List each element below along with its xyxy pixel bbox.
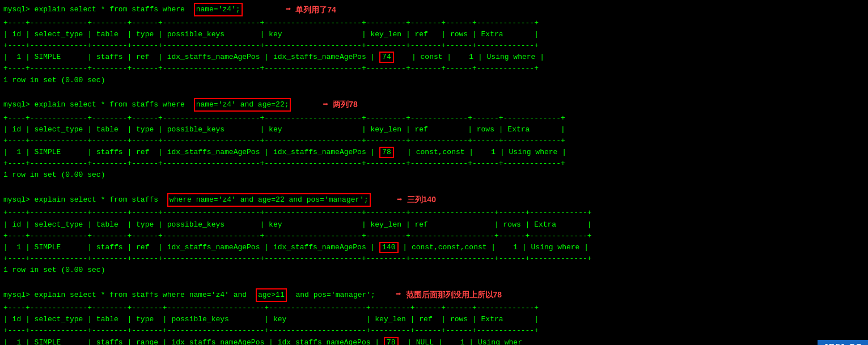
cmd-line-4: mysql> explain select * from staffs wher…	[3, 287, 865, 303]
keylen-4: 78	[384, 337, 399, 345]
divider3-1: +----+-------------+--------+------+----…	[3, 63, 865, 74]
divider2-1: +----+-------------+--------+------+----…	[3, 40, 865, 52]
data-prefix-3: | 1 | SIMPLE | staffs | ref | idx_staffs…	[3, 242, 379, 253]
data-prefix-1: | 1 | SIMPLE | staffs | ref | idx_staffs…	[3, 52, 379, 63]
keylen-3: 140	[379, 242, 398, 253]
cmd-text-4b: and pos='manager';	[291, 289, 375, 301]
highlight-3: where name='z4' and age=22 and pos='mana…	[167, 193, 371, 207]
keylen-2: 78	[379, 147, 394, 158]
block-2: mysql> explain select * from staffs wher…	[3, 97, 865, 193]
data-prefix-4: | 1 | SIMPLE | staffs | range | idx_staf…	[3, 337, 384, 345]
header-1: | id | select_type | table | type | poss…	[3, 29, 865, 40]
divider1-3: +----+-------------+--------+------+----…	[3, 207, 865, 219]
data-row-4: | 1 | SIMPLE | staffs | range | idx_staf…	[3, 337, 865, 345]
annotation-2: 两列78	[333, 99, 358, 111]
annotation-1: 单列用了74	[295, 4, 336, 16]
highlight-1: name='z4';	[194, 3, 243, 16]
block-1: mysql> explain select * from staffs wher…	[3, 2, 865, 97]
divider1-1: +----+-------------+--------+------+----…	[3, 18, 865, 29]
block-3: mysql> explain select * from staffs wher…	[3, 193, 865, 288]
keylen-1: 74	[379, 52, 394, 63]
divider2-2: +----+-------------+--------+------+----…	[3, 135, 865, 147]
divider1-2: +----+-------------+--------+------+----…	[3, 113, 865, 124]
data-suffix-2: | const,const | 1 | Using where |	[394, 147, 566, 158]
data-suffix-3: | const,const,const | 1 | Using where |	[399, 242, 588, 253]
block-4: mysql> explain select * from staffs wher…	[3, 287, 865, 345]
blank-1	[3, 86, 865, 97]
data-row-2: | 1 | SIMPLE | staffs | ref | idx_staffs…	[3, 147, 865, 158]
rowcount-3: 1 row in set (0.00 sec)	[3, 265, 865, 276]
highlight-4: age>11	[256, 288, 287, 302]
arrow-1: ➡	[286, 3, 291, 17]
data-suffix-4: | NULL | 1 | Using wher	[399, 337, 522, 345]
watermark-block: JB51.CC CSDN@大数据_小菜	[810, 340, 868, 345]
annotation-3: 三列140	[407, 194, 436, 206]
cmd-text-4a: mysql> explain select * from staffs wher…	[3, 289, 251, 301]
blank-3	[3, 276, 865, 287]
data-row-3: | 1 | SIMPLE | staffs | ref | idx_staffs…	[3, 242, 865, 253]
highlight-2: name='z4' and age=22;	[194, 98, 291, 112]
divider3-2: +----+-------------+--------+------+----…	[3, 158, 865, 169]
rowcount-2: 1 row in set (0.00 sec)	[3, 169, 865, 181]
header-2: | id | select_type | table | type | poss…	[3, 124, 865, 135]
data-prefix-2: | 1 | SIMPLE | staffs | ref | idx_staffs…	[3, 147, 379, 158]
divider1-4: +----+-------------+--------+-------+---…	[3, 303, 865, 314]
header-4: | id | select_type | table | type | poss…	[3, 314, 865, 325]
cmd-text-1: mysql> explain select * from staffs wher…	[3, 4, 189, 15]
header-3: | id | select_type | table | type | poss…	[3, 219, 865, 231]
cmd-text-2: mysql> explain select * from staffs wher…	[3, 99, 189, 110]
cmd-text-3: mysql> explain select * from staffs	[3, 194, 163, 206]
cmd-line-1: mysql> explain select * from staffs wher…	[3, 2, 865, 18]
divider2-4: +----+-------------+--------+-------+---…	[3, 325, 865, 337]
divider2-3: +----+-------------+--------+------+----…	[3, 231, 865, 242]
terminal: mysql> explain select * from staffs wher…	[0, 0, 868, 345]
data-row-1: | 1 | SIMPLE | staffs | ref | idx_staffs…	[3, 52, 865, 63]
data-suffix-1: | const | 1 | Using where |	[394, 52, 544, 63]
annotation-4: 范围后面那列没用上所以78	[406, 289, 502, 301]
arrow-3: ➡	[397, 193, 403, 207]
cmd-line-2: mysql> explain select * from staffs wher…	[3, 97, 865, 113]
rowcount-1: 1 row in set (0.00 sec)	[3, 75, 865, 86]
watermark-logo: JB51.CC	[818, 340, 868, 345]
cmd-line-3: mysql> explain select * from staffs wher…	[3, 193, 865, 208]
blank-2	[3, 181, 865, 192]
arrow-4: ➡	[396, 288, 401, 302]
divider3-3: +----+-------------+--------+------+----…	[3, 253, 865, 265]
arrow-2: ➡	[323, 98, 328, 112]
